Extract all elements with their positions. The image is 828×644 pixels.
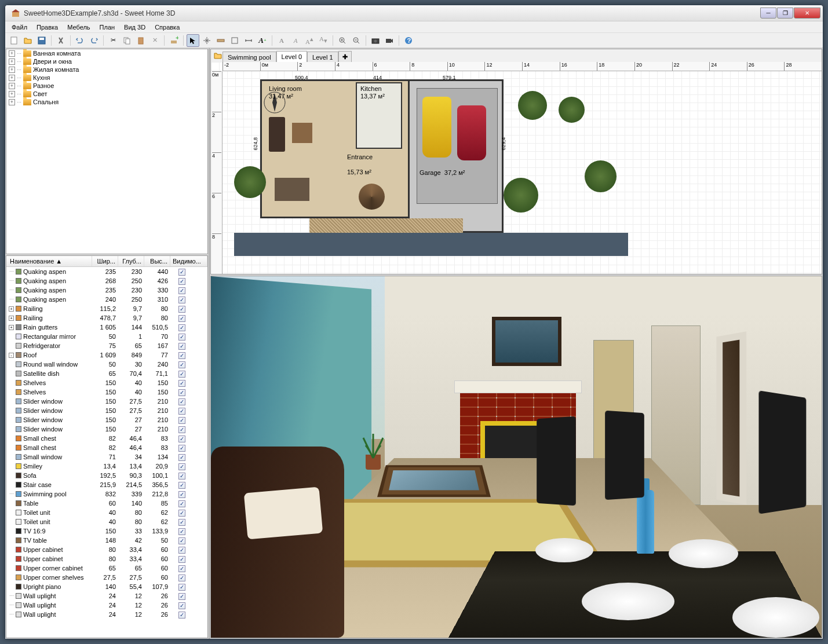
- delete-button[interactable]: ✕: [148, 34, 161, 47]
- visibility-checkbox[interactable]: ✓: [178, 547, 185, 554]
- menu-файл[interactable]: Файл: [8, 23, 31, 32]
- expand-icon[interactable]: +: [9, 50, 15, 57]
- visibility-checkbox[interactable]: ✓: [178, 602, 185, 609]
- text-bold-button[interactable]: A: [275, 34, 288, 47]
- visibility-checkbox[interactable]: ✓: [178, 287, 185, 294]
- visibility-checkbox[interactable]: ✓: [178, 556, 185, 563]
- catalog-category[interactable]: +⋯Двери и окна: [6, 57, 207, 65]
- visibility-checkbox[interactable]: ✓: [178, 297, 185, 303]
- save-button[interactable]: [35, 34, 48, 47]
- table-row[interactable]: TV 16:915033133,9✓: [6, 526, 207, 536]
- help-button[interactable]: ?: [402, 34, 415, 47]
- tab-swimming-pool[interactable]: Swimming pool: [222, 52, 276, 63]
- visibility-checkbox[interactable]: ✓: [178, 491, 185, 498]
- expand-icon[interactable]: +: [9, 91, 15, 97]
- catalog-category[interactable]: +⋯Жилая комната: [6, 65, 207, 74]
- plan-view[interactable]: Swimming pool Level 0 Level 1 ✚ -20м2468…: [210, 49, 822, 275]
- visibility-checkbox[interactable]: ✓: [178, 408, 185, 415]
- visibility-checkbox[interactable]: ✓: [178, 463, 185, 470]
- table-row[interactable]: Round wall window5030240✓: [6, 360, 207, 369]
- undo-button[interactable]: [74, 34, 86, 47]
- table-row[interactable]: +Rain gutters1 605144510,5✓: [6, 323, 207, 332]
- visibility-checkbox[interactable]: ✓: [178, 612, 185, 619]
- paste-button[interactable]: [134, 34, 147, 47]
- table-row[interactable]: Smiley13,413,420,9✓: [6, 462, 207, 471]
- table-row[interactable]: Small chest8246,483✓: [6, 443, 207, 452]
- visibility-checkbox[interactable]: ✓: [178, 528, 185, 535]
- dimension-tool[interactable]: [242, 34, 255, 47]
- visibility-checkbox[interactable]: ✓: [178, 473, 185, 480]
- visibility-checkbox[interactable]: ✓: [178, 278, 185, 285]
- visibility-checkbox[interactable]: ✓: [178, 361, 185, 368]
- table-row[interactable]: Rectangular mirror50170✓: [6, 332, 207, 341]
- table-row[interactable]: ⋯Swimming pool832339212,8✓: [6, 489, 207, 499]
- copy-button[interactable]: [121, 34, 133, 47]
- visibility-checkbox[interactable]: ✓: [178, 436, 185, 442]
- pan-tool[interactable]: [200, 34, 213, 47]
- close-button[interactable]: ✕: [794, 8, 820, 19]
- text-size-down-button[interactable]: A▾: [317, 34, 330, 47]
- table-row[interactable]: Sofa192,590,3100,1✓: [6, 471, 207, 480]
- table-row[interactable]: ⋯Wall uplight241226✓: [6, 591, 207, 601]
- table-row[interactable]: Slider window15027,5210✓: [6, 406, 207, 415]
- cut-button[interactable]: ✂: [107, 34, 119, 47]
- expand-icon[interactable]: +: [9, 306, 14, 312]
- text-italic-button[interactable]: A: [289, 34, 302, 47]
- table-row[interactable]: Upper corner cabinet656560✓: [6, 564, 207, 573]
- visibility-checkbox[interactable]: ✓: [178, 482, 185, 489]
- visibility-checkbox[interactable]: ✓: [178, 593, 185, 600]
- visibility-checkbox[interactable]: ✓: [178, 454, 185, 461]
- table-row[interactable]: TV table1484250✓: [6, 536, 207, 545]
- menu-вид 3d[interactable]: Вид 3D: [120, 23, 149, 32]
- visibility-checkbox[interactable]: ✓: [178, 500, 185, 507]
- visibility-checkbox[interactable]: ✓: [178, 380, 185, 387]
- add-level-button[interactable]: ✚: [338, 51, 352, 63]
- video-button[interactable]: [383, 34, 396, 47]
- plan-canvas[interactable]: -20м246810121416182022242628 0м246810: [211, 62, 822, 274]
- visibility-checkbox[interactable]: ✓: [178, 510, 185, 517]
- table-row[interactable]: Small window7134134✓: [6, 452, 207, 462]
- minimize-button[interactable]: ─: [760, 8, 776, 19]
- visibility-checkbox[interactable]: ✓: [178, 334, 185, 341]
- table-row[interactable]: ⋯Wall uplight241226✓: [6, 610, 207, 619]
- table-header[interactable]: Наименование ▲ Шир... Глуб... Выс... Вид…: [6, 256, 207, 267]
- catalog-category[interactable]: +⋯Кухня: [6, 74, 207, 82]
- text-size-up-button[interactable]: A▴: [303, 34, 316, 47]
- photo-button[interactable]: [369, 34, 382, 47]
- table-row[interactable]: Refridgerator7565167✓: [6, 341, 207, 350]
- visibility-checkbox[interactable]: ✓: [178, 315, 185, 322]
- tab-level-1[interactable]: Level 1: [307, 52, 338, 63]
- catalog-category[interactable]: +⋯Разное: [6, 82, 207, 90]
- view-3d[interactable]: [210, 276, 822, 638]
- zoom-out-button[interactable]: [350, 34, 363, 47]
- catalog-category[interactable]: +⋯Ванная комната: [6, 49, 207, 57]
- col-visible-header[interactable]: Видимо...: [170, 256, 207, 266]
- furniture-table[interactable]: Наименование ▲ Шир... Глуб... Выс... Вид…: [6, 255, 208, 638]
- expand-icon[interactable]: +: [9, 99, 15, 105]
- menu-мебель[interactable]: Мебель: [63, 23, 94, 32]
- table-row[interactable]: Upper cabinet8033,460✓: [6, 545, 207, 554]
- table-row[interactable]: -Roof1 60984977✓: [6, 350, 207, 360]
- table-row[interactable]: Slider window15027210✓: [6, 415, 207, 425]
- visibility-checkbox[interactable]: ✓: [178, 445, 185, 452]
- visibility-checkbox[interactable]: ✓: [178, 343, 185, 350]
- table-row[interactable]: ⋯Quaking aspen240250310✓: [6, 295, 207, 304]
- expand-icon[interactable]: +: [9, 58, 15, 65]
- table-row[interactable]: Satellite dish6570,471,1✓: [6, 369, 207, 378]
- table-row[interactable]: Stair case215,9214,5356,5✓: [6, 480, 207, 489]
- expand-icon[interactable]: +: [9, 67, 15, 73]
- table-row[interactable]: Slider window15027,5210✓: [6, 397, 207, 406]
- table-row[interactable]: Toilet unit408062✓: [6, 508, 207, 517]
- visibility-checkbox[interactable]: ✓: [178, 426, 185, 433]
- visibility-checkbox[interactable]: ✓: [178, 565, 185, 572]
- menu-план[interactable]: План: [96, 23, 119, 32]
- visibility-checkbox[interactable]: ✓: [178, 537, 185, 544]
- col-width-header[interactable]: Шир...: [92, 256, 118, 266]
- catalog-category[interactable]: +⋯Свет: [6, 90, 207, 98]
- expand-icon[interactable]: +: [9, 83, 15, 89]
- wall-tool[interactable]: [214, 34, 227, 47]
- open-button[interactable]: [21, 34, 34, 47]
- visibility-checkbox[interactable]: ✓: [178, 417, 185, 424]
- visibility-checkbox[interactable]: ✓: [178, 389, 185, 396]
- menu-справка[interactable]: Справка: [151, 23, 184, 32]
